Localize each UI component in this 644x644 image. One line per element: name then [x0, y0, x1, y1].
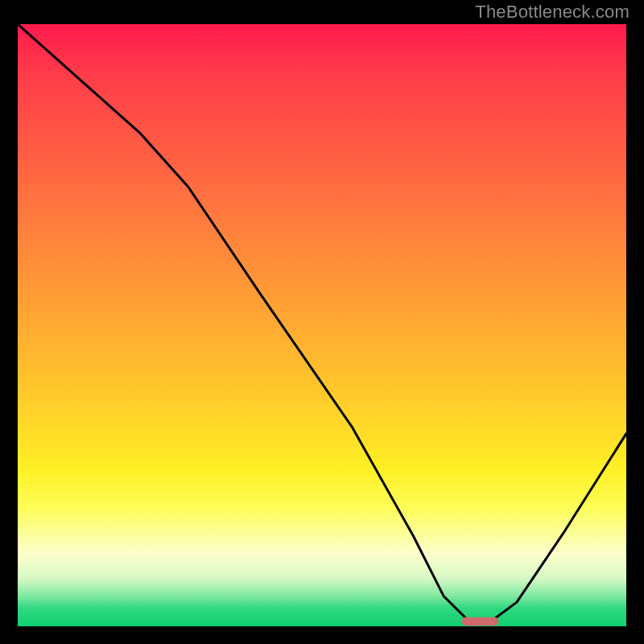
watermark-text: TheBottleneck.com [475, 2, 630, 23]
optimal-point-marker [462, 617, 498, 626]
chart-frame: TheBottleneck.com [0, 0, 644, 644]
chart-svg [18, 24, 626, 626]
plot-area [18, 24, 626, 626]
bottleneck-curve [18, 24, 626, 621]
